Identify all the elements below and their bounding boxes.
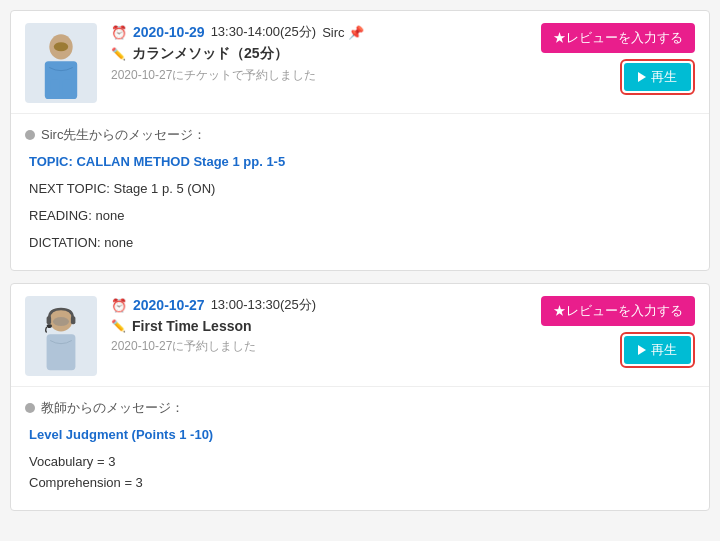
svg-rect-3: [50, 79, 59, 97]
svg-point-2: [54, 42, 68, 51]
play-label: 再生: [651, 68, 677, 86]
lesson-title-row: ✏️First Time Lesson: [111, 318, 541, 334]
svg-rect-10: [47, 334, 76, 370]
bullet-icon: [25, 130, 35, 140]
svg-rect-9: [47, 324, 52, 328]
button-group: ★レビューを入力する再生: [541, 296, 695, 368]
message-line: NEXT TOPIC: Stage 1 p. 5 (ON): [29, 181, 695, 196]
svg-rect-1: [45, 61, 77, 99]
play-button-wrapper: 再生: [620, 59, 695, 95]
message-line: Comprehension = 3: [29, 475, 695, 490]
date-row: ⏰2020-10-2913:30-14:00(25分)Sirc 📌: [111, 23, 541, 41]
time-text: 13:30-14:00(25分): [211, 23, 317, 41]
message-header: 教師からのメッセージ：: [25, 399, 695, 417]
clock-icon: ⏰: [111, 25, 127, 40]
message-line: Level Judgment (Points 1 -10): [29, 427, 695, 442]
lesson-header: ⏰2020-10-2913:30-14:00(25分)Sirc 📌✏️カランメソ…: [11, 11, 709, 113]
lesson-title: カランメソッド（25分）: [132, 45, 288, 63]
play-icon: [638, 72, 646, 82]
play-label: 再生: [651, 341, 677, 359]
reserved-text: 2020-10-27に予約しました: [111, 338, 541, 355]
play-button[interactable]: 再生: [624, 63, 691, 91]
lesson-title: First Time Lesson: [132, 318, 252, 334]
message-from-label: 教師からのメッセージ：: [41, 399, 184, 417]
pencil-icon: ✏️: [111, 47, 126, 61]
date-row: ⏰2020-10-2713:00-13:30(25分): [111, 296, 541, 314]
play-button[interactable]: 再生: [624, 336, 691, 364]
message-line: TOPIC: CALLAN METHOD Stage 1 pp. 1-5: [29, 154, 695, 169]
message-line: Vocabulary = 3: [29, 454, 695, 469]
header-info: ⏰2020-10-2913:30-14:00(25分)Sirc 📌✏️カランメソ…: [111, 23, 541, 84]
date-text: 2020-10-29: [133, 24, 205, 40]
lesson-card-2: ⏰2020-10-2713:00-13:30(25分)✏️First Time …: [10, 283, 710, 511]
bullet-icon: [25, 403, 35, 413]
play-icon: [638, 345, 646, 355]
review-button[interactable]: ★レビューを入力する: [541, 23, 695, 53]
lesson-card-1: ⏰2020-10-2913:30-14:00(25分)Sirc 📌✏️カランメソ…: [10, 10, 710, 271]
message-line: DICTATION: none: [29, 235, 695, 250]
time-text: 13:00-13:30(25分): [211, 296, 317, 314]
play-button-wrapper: 再生: [620, 332, 695, 368]
lesson-title-row: ✏️カランメソッド（25分）: [111, 45, 541, 63]
message-header: Sirc先生からのメッセージ：: [25, 126, 695, 144]
message-content: TOPIC: CALLAN METHOD Stage 1 pp. 1-5NEXT…: [25, 154, 695, 250]
teacher-name: Sirc 📌: [322, 25, 364, 40]
message-content: Level Judgment (Points 1 -10)Vocabulary …: [25, 427, 695, 490]
reserved-text: 2020-10-27にチケットで予約しました: [111, 67, 541, 84]
date-text: 2020-10-27: [133, 297, 205, 313]
message-line: READING: none: [29, 208, 695, 223]
message-section: 教師からのメッセージ：Level Judgment (Points 1 -10)…: [11, 387, 709, 510]
svg-rect-7: [47, 316, 52, 324]
avatar: [25, 23, 97, 103]
message-section: Sirc先生からのメッセージ：TOPIC: CALLAN METHOD Stag…: [11, 114, 709, 270]
message-from-label: Sirc先生からのメッセージ：: [41, 126, 206, 144]
review-button[interactable]: ★レビューを入力する: [541, 296, 695, 326]
svg-point-6: [53, 317, 69, 326]
button-group: ★レビューを入力する再生: [541, 23, 695, 95]
page-container: ⏰2020-10-2913:30-14:00(25分)Sirc 📌✏️カランメソ…: [0, 0, 720, 533]
svg-rect-8: [71, 316, 76, 324]
pencil-icon: ✏️: [111, 319, 126, 333]
svg-rect-4: [63, 79, 72, 97]
clock-icon: ⏰: [111, 298, 127, 313]
avatar: [25, 296, 97, 376]
lesson-header: ⏰2020-10-2713:00-13:30(25分)✏️First Time …: [11, 284, 709, 386]
header-info: ⏰2020-10-2713:00-13:30(25分)✏️First Time …: [111, 296, 541, 355]
